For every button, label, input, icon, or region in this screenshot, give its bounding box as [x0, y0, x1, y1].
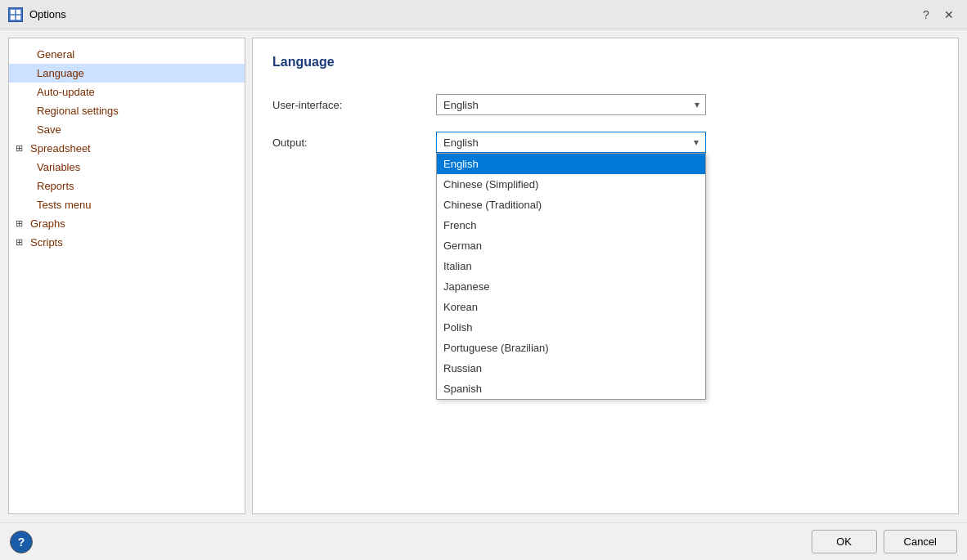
dialog-title: Options: [29, 8, 66, 20]
output-label: Output:: [272, 137, 436, 149]
dropdown-item-chinese-traditional[interactable]: Chinese (Traditional): [437, 195, 705, 215]
expand-icon: ⊞: [16, 143, 27, 154]
sidebar-item-language[interactable]: Language: [9, 64, 245, 83]
title-bar-controls: ? ✕: [916, 5, 959, 25]
ok-button[interactable]: OK: [812, 530, 877, 553]
dialog-body: GeneralLanguageAuto-updateRegional setti…: [0, 29, 967, 522]
output-row: Output: English ▾ EnglishChinese (Simpli…: [272, 132, 938, 153]
user-interface-select-wrapper: English: [436, 94, 706, 115]
help-icon-button[interactable]: ?: [10, 531, 33, 553]
dropdown-item-italian[interactable]: Italian: [437, 256, 705, 276]
sidebar-item-testsmenu[interactable]: Tests menu: [9, 195, 245, 214]
title-bar-left: Options: [8, 7, 66, 22]
dropdown-item-german[interactable]: German: [437, 235, 705, 256]
sidebar-item-reports[interactable]: Reports: [9, 177, 245, 195]
chevron-down-icon: ▾: [694, 137, 699, 148]
svg-rect-2: [11, 16, 15, 20]
user-interface-label: User-interface:: [272, 99, 436, 111]
dropdown-item-polish[interactable]: Polish: [437, 317, 705, 338]
output-dropdown-list: EnglishChinese (Simplified)Chinese (Trad…: [436, 153, 706, 400]
svg-rect-3: [16, 16, 20, 20]
output-dropdown-trigger[interactable]: English ▾: [436, 132, 706, 153]
sidebar-item-graphs[interactable]: ⊞Graphs: [9, 214, 245, 233]
content-panel: Language User-interface: English Output:…: [252, 38, 959, 514]
sidebar-item-autoupdate[interactable]: Auto-update: [9, 83, 245, 101]
user-interface-row: User-interface: English: [272, 94, 938, 115]
svg-rect-1: [16, 10, 20, 14]
svg-rect-0: [11, 10, 15, 14]
app-icon: [8, 7, 23, 22]
dropdown-item-portuguese-brazilian[interactable]: Portuguese (Brazilian): [437, 338, 705, 358]
sidebar-item-regional[interactable]: Regional settings: [9, 101, 245, 120]
dropdown-item-spanish[interactable]: Spanish: [437, 379, 705, 399]
sidebar-item-general[interactable]: General: [9, 45, 245, 64]
expand-icon: ⊞: [16, 218, 27, 229]
sidebar-item-scripts[interactable]: ⊞Scripts: [9, 233, 245, 252]
sidebar-item-save[interactable]: Save: [9, 120, 245, 139]
sidebar: GeneralLanguageAuto-updateRegional setti…: [8, 38, 245, 514]
dropdown-item-french[interactable]: French: [437, 215, 705, 235]
close-button[interactable]: ✕: [939, 5, 959, 25]
sidebar-item-spreadsheet[interactable]: ⊞Spreadsheet: [9, 139, 245, 158]
dialog-footer: ? OK Cancel: [0, 522, 967, 560]
help-button[interactable]: ?: [916, 5, 936, 25]
dropdown-item-japanese[interactable]: Japanese: [437, 276, 705, 297]
dropdown-item-chinese-simplified[interactable]: Chinese (Simplified): [437, 174, 705, 195]
dropdown-item-english[interactable]: English: [437, 154, 705, 174]
output-dropdown: English ▾ EnglishChinese (Simplified)Chi…: [436, 132, 706, 153]
sidebar-item-variables[interactable]: Variables: [9, 158, 245, 177]
user-interface-select[interactable]: English: [436, 94, 706, 115]
cancel-button[interactable]: Cancel: [884, 530, 957, 553]
dropdown-item-russian[interactable]: Russian: [437, 358, 705, 379]
title-bar: Options ? ✕: [0, 0, 967, 29]
footer-buttons: OK Cancel: [812, 530, 957, 553]
options-dialog: Options ? ✕ GeneralLanguageAuto-updateRe…: [0, 0, 967, 560]
content-title: Language: [272, 55, 938, 69]
output-selected-value: English: [443, 137, 479, 149]
dropdown-item-korean[interactable]: Korean: [437, 297, 705, 317]
expand-icon: ⊞: [16, 237, 27, 248]
